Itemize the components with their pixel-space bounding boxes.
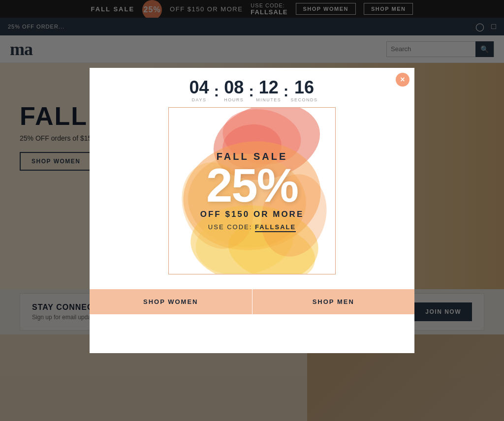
seconds-value: 16 — [294, 79, 314, 96]
countdown-days: 04 DAYS — [187, 79, 212, 102]
modal-close-button[interactable]: × — [396, 73, 410, 87]
colon-3: : — [284, 82, 289, 102]
modal-shop-men-button[interactable]: SHOP MEN — [252, 289, 415, 314]
countdown-timer: 04 DAYS : 08 HOURS : 12 MINUTES : 16 SEC… — [187, 79, 318, 102]
seconds-label: SECONDS — [290, 97, 317, 102]
modal-shop-women-button[interactable]: SHOP WOMEN — [90, 289, 252, 314]
colon-2: : — [249, 82, 254, 102]
days-label: DAYS — [192, 97, 207, 102]
promo-percent: 25% — [200, 164, 304, 207]
modal-overlay: × 04 DAYS : 08 HOURS : 12 MINUTES : 16 S… — [0, 0, 504, 421]
minutes-label: MINUTES — [256, 97, 281, 102]
promo-modal: × 04 DAYS : 08 HOURS : 12 MINUTES : 16 S… — [90, 68, 414, 353]
days-value: 04 — [189, 79, 209, 96]
use-code-text: USE CODE: — [208, 223, 252, 231]
minutes-value: 12 — [259, 79, 279, 96]
countdown-hours: 08 HOURS — [221, 79, 247, 102]
hours-value: 08 — [224, 79, 244, 96]
promo-area: FALL SALE 25% OFF $150 OR MORE USE CODE:… — [168, 107, 336, 274]
colon-1: : — [214, 82, 220, 102]
countdown-minutes: 12 MINUTES — [256, 79, 282, 102]
modal-buttons: SHOP WOMEN SHOP MEN — [90, 289, 414, 314]
promo-off-more: OFF $150 OR MORE — [200, 210, 304, 219]
promo-code-modal: FALLSALE — [255, 223, 296, 232]
promo-use-code: USE CODE: FALLSALE — [200, 223, 304, 231]
hours-label: HOURS — [224, 97, 244, 102]
countdown-seconds: 16 SECONDS — [290, 79, 317, 102]
promo-text: FALL SALE 25% OFF $150 OR MORE USE CODE:… — [190, 141, 314, 241]
